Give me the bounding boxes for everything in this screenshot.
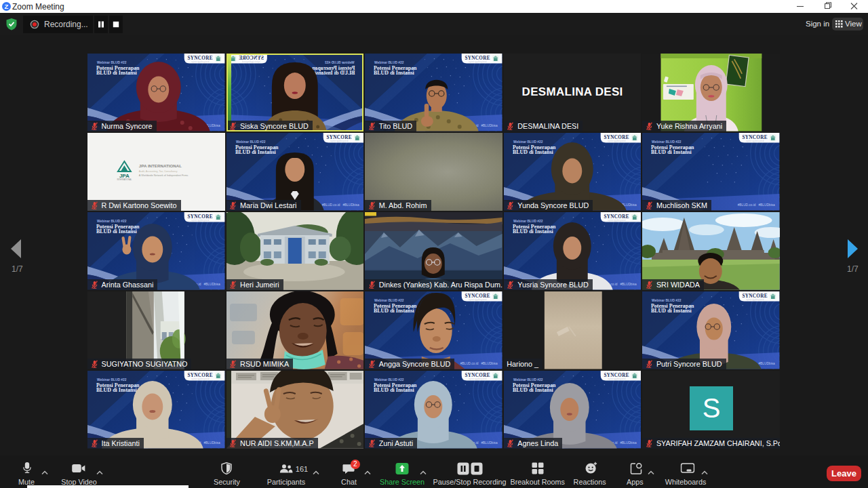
svg-text:A Worldwide Network of Indepen: A Worldwide Network of Independent Firms [139, 174, 189, 177]
svg-text:JPA INTERNATIONAL: JPA INTERNATIONAL [139, 163, 182, 168]
svg-text:INTERNATIONAL: INTERNATIONAL [117, 178, 132, 181]
svg-text:Audit, Accounting, Tax, Consul: Audit, Accounting, Tax, Consultancy [139, 170, 178, 173]
svg-text:Z: Z [4, 3, 8, 10]
